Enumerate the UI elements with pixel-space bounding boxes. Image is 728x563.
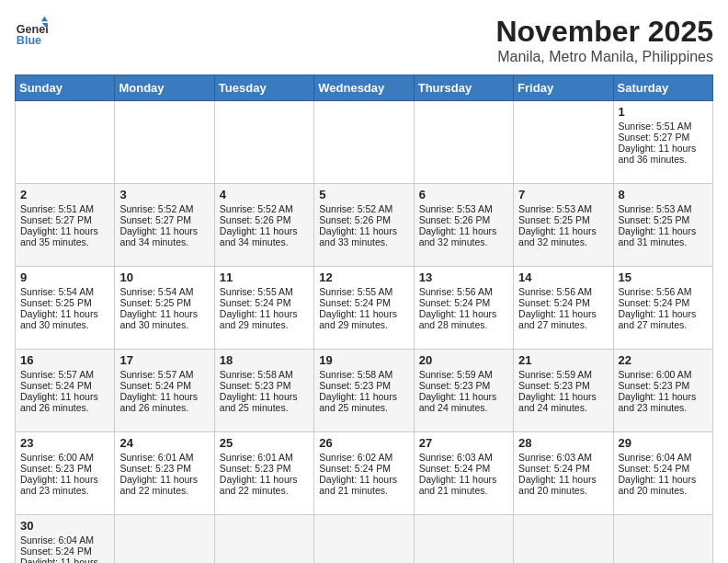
calendar-week-6: 30Sunrise: 6:04 AMSunset: 5:24 PMDayligh… (16, 515, 713, 564)
day-number: 19 (319, 353, 408, 367)
calendar-cell: 15Sunrise: 5:56 AMSunset: 5:24 PMDayligh… (613, 267, 712, 350)
calendar-cell: 24Sunrise: 6:01 AMSunset: 5:23 PMDayligh… (115, 432, 214, 515)
day-number: 18 (220, 353, 309, 367)
sunset-text: Sunset: 5:23 PM (119, 463, 209, 474)
calendar-cell: 21Sunrise: 5:59 AMSunset: 5:23 PMDayligh… (514, 350, 613, 432)
calendar-cell (514, 515, 613, 564)
calendar-week-5: 23Sunrise: 6:00 AMSunset: 5:23 PMDayligh… (16, 432, 713, 515)
col-tuesday: Tuesday (214, 75, 313, 101)
sunrise-text: Sunrise: 5:56 AM (419, 286, 508, 297)
sunrise-text: Sunrise: 5:53 AM (419, 203, 508, 214)
calendar-cell: 16Sunrise: 5:57 AMSunset: 5:24 PMDayligh… (16, 350, 115, 432)
sunset-text: Sunset: 5:24 PM (619, 297, 708, 308)
header: General Blue November 2025 Manila, Metro… (15, 15, 713, 65)
page-subtitle: Manila, Metro Manila, Philippines (495, 49, 713, 65)
header-row: Sunday Monday Tuesday Wednesday Thursday… (16, 75, 713, 101)
day-number: 24 (119, 436, 209, 450)
calendar-cell (414, 101, 513, 184)
sunset-text: Sunset: 5:23 PM (220, 463, 309, 474)
sunset-text: Sunset: 5:24 PM (20, 380, 109, 391)
calendar-cell (16, 101, 115, 184)
daylight-text: Daylight: 11 hours and 24 minutes. (518, 391, 608, 413)
sunrise-text: Sunrise: 5:59 AM (518, 369, 608, 380)
calendar-cell: 19Sunrise: 5:58 AMSunset: 5:23 PMDayligh… (314, 350, 414, 432)
day-number: 6 (419, 188, 508, 201)
sunrise-text: Sunrise: 5:55 AM (220, 286, 309, 297)
sunset-text: Sunset: 5:24 PM (20, 546, 109, 557)
calendar-cell: 22Sunrise: 6:00 AMSunset: 5:23 PMDayligh… (613, 350, 712, 432)
sunrise-text: Sunrise: 5:54 AM (20, 286, 109, 297)
sunrise-text: Sunrise: 5:53 AM (619, 203, 708, 214)
calendar-header: Sunday Monday Tuesday Wednesday Thursday… (16, 75, 713, 101)
sunset-text: Sunset: 5:26 PM (319, 214, 408, 225)
sunset-text: Sunset: 5:24 PM (518, 297, 608, 308)
daylight-text: Daylight: 11 hours and 20 minutes. (619, 474, 708, 496)
sunset-text: Sunset: 5:24 PM (518, 463, 608, 474)
sunset-text: Sunset: 5:23 PM (518, 380, 608, 391)
calendar-week-1: 1Sunrise: 5:51 AMSunset: 5:27 PMDaylight… (16, 101, 713, 184)
sunset-text: Sunset: 5:25 PM (619, 214, 708, 225)
sunset-text: Sunset: 5:25 PM (119, 297, 209, 308)
calendar-cell: 5Sunrise: 5:52 AMSunset: 5:26 PMDaylight… (314, 184, 414, 267)
calendar-cell: 25Sunrise: 6:01 AMSunset: 5:23 PMDayligh… (214, 432, 313, 515)
sunset-text: Sunset: 5:23 PM (319, 380, 408, 391)
sunrise-text: Sunrise: 6:04 AM (619, 452, 708, 463)
day-number: 20 (419, 353, 508, 367)
calendar-body: 1Sunrise: 5:51 AMSunset: 5:27 PMDaylight… (16, 101, 713, 564)
calendar-cell: 17Sunrise: 5:57 AMSunset: 5:24 PMDayligh… (115, 350, 214, 432)
daylight-text: Daylight: 11 hours and 22 minutes. (119, 474, 209, 496)
title-block: November 2025 Manila, Metro Manila, Phil… (495, 15, 713, 65)
daylight-text: Daylight: 11 hours and 31 minutes. (619, 225, 708, 247)
sunrise-text: Sunrise: 5:58 AM (319, 369, 408, 380)
calendar-cell: 11Sunrise: 5:55 AMSunset: 5:24 PMDayligh… (214, 267, 313, 350)
daylight-text: Daylight: 11 hours and 22 minutes. (220, 474, 309, 496)
daylight-text: Daylight: 11 hours and 36 minutes. (619, 143, 708, 165)
calendar-cell: 1Sunrise: 5:51 AMSunset: 5:27 PMDaylight… (613, 101, 712, 184)
day-number: 3 (119, 188, 209, 201)
daylight-text: Daylight: 11 hours and 26 minutes. (20, 391, 109, 413)
daylight-text: Daylight: 11 hours and 30 minutes. (119, 308, 209, 330)
sunrise-text: Sunrise: 5:54 AM (119, 286, 209, 297)
day-number: 5 (319, 188, 408, 201)
day-number: 9 (20, 270, 109, 284)
sunset-text: Sunset: 5:24 PM (419, 463, 508, 474)
sunrise-text: Sunrise: 5:51 AM (619, 121, 708, 132)
calendar-cell: 26Sunrise: 6:02 AMSunset: 5:24 PMDayligh… (314, 432, 414, 515)
sunrise-text: Sunrise: 6:04 AM (20, 534, 109, 546)
sunset-text: Sunset: 5:27 PM (619, 132, 708, 143)
sunset-text: Sunset: 5:24 PM (619, 463, 708, 474)
sunrise-text: Sunrise: 5:59 AM (419, 369, 508, 380)
day-number: 10 (119, 270, 209, 284)
sunset-text: Sunset: 5:23 PM (619, 380, 708, 391)
daylight-text: Daylight: 11 hours and 23 minutes. (20, 474, 109, 496)
col-thursday: Thursday (414, 75, 513, 101)
sunset-text: Sunset: 5:27 PM (20, 214, 109, 225)
svg-text:Blue: Blue (17, 34, 41, 47)
sunrise-text: Sunrise: 5:53 AM (518, 203, 608, 214)
calendar-cell: 4Sunrise: 5:52 AMSunset: 5:26 PMDaylight… (214, 184, 313, 267)
sunset-text: Sunset: 5:26 PM (220, 214, 309, 225)
sunrise-text: Sunrise: 5:52 AM (119, 203, 209, 214)
calendar-cell: 27Sunrise: 6:03 AMSunset: 5:24 PMDayligh… (414, 432, 513, 515)
calendar-cell: 12Sunrise: 5:55 AMSunset: 5:24 PMDayligh… (314, 267, 414, 350)
day-number: 4 (220, 188, 309, 201)
sunrise-text: Sunrise: 6:02 AM (319, 452, 408, 463)
sunset-text: Sunset: 5:23 PM (20, 463, 109, 474)
day-number: 21 (518, 353, 608, 367)
sunset-text: Sunset: 5:25 PM (518, 214, 608, 225)
col-friday: Friday (514, 75, 613, 101)
calendar-cell: 6Sunrise: 5:53 AMSunset: 5:26 PMDaylight… (414, 184, 513, 267)
daylight-text: Daylight: 11 hours and 21 minutes. (419, 474, 508, 496)
daylight-text: Daylight: 11 hours and 32 minutes. (518, 225, 608, 247)
col-sunday: Sunday (16, 75, 115, 101)
col-monday: Monday (115, 75, 214, 101)
daylight-text: Daylight: 11 hours and 32 minutes. (419, 225, 508, 247)
day-number: 14 (518, 270, 608, 284)
daylight-text: Daylight: 11 hours and 21 minutes. (319, 474, 408, 496)
daylight-text: Daylight: 11 hours and 19 minutes. (20, 557, 109, 563)
sunset-text: Sunset: 5:23 PM (220, 380, 309, 391)
day-number: 29 (619, 436, 708, 450)
calendar-cell: 2Sunrise: 5:51 AMSunset: 5:27 PMDaylight… (16, 184, 115, 267)
sunset-text: Sunset: 5:23 PM (419, 380, 508, 391)
calendar-cell (214, 101, 313, 184)
